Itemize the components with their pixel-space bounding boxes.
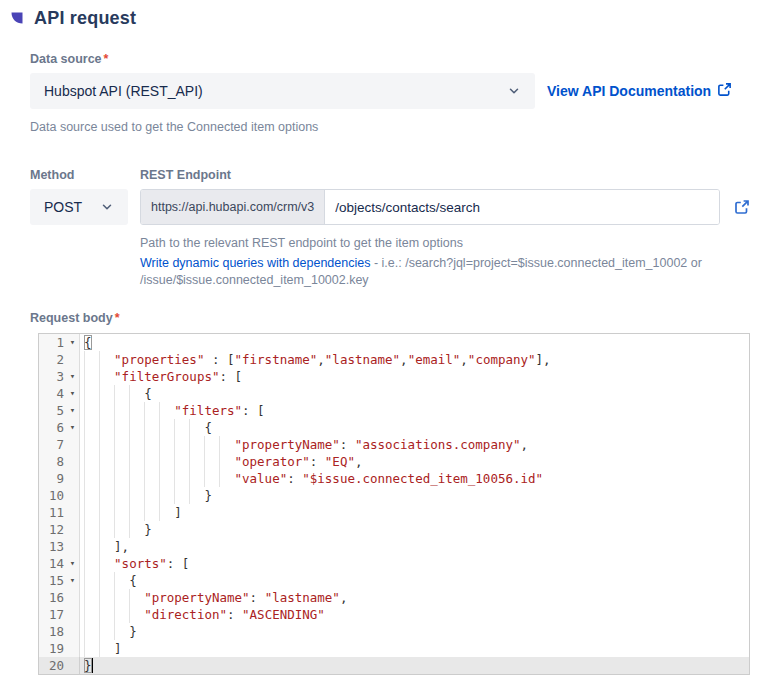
endpoint-path-input[interactable]: [325, 190, 719, 224]
code-line[interactable]: 16"propertyName": "lastname",: [39, 589, 749, 606]
code-text[interactable]: "properties" : ["firstname","lastname","…: [80, 351, 749, 368]
code-text[interactable]: "sorts": [: [80, 555, 749, 572]
code-text[interactable]: "filters": [: [80, 402, 749, 419]
line-gutter: 7: [39, 436, 80, 453]
indent-guides: [84, 538, 114, 555]
line-number: 17: [44, 606, 66, 623]
line-number: 7: [44, 436, 66, 453]
code-line[interactable]: 1▾{: [39, 334, 749, 351]
external-link-icon: [717, 82, 732, 100]
code-text[interactable]: "direction": "ASCENDING": [80, 606, 749, 623]
data-source-section: Data source* Hubspot API (REST_API) View…: [30, 52, 750, 134]
line-gutter: 12: [39, 521, 80, 538]
fold-arrow-icon[interactable]: ▾: [66, 555, 79, 572]
view-api-documentation-link[interactable]: View API Documentation: [547, 82, 732, 100]
line-number: 15: [44, 572, 66, 589]
dynamic-queries-link[interactable]: Write dynamic queries with dependencies: [140, 256, 370, 270]
method-select[interactable]: POST: [30, 189, 128, 225]
dynamic-queries-example-line2: /issue/$issue.connected_item_10002.key: [140, 272, 750, 289]
code-line[interactable]: 17"direction": "ASCENDING": [39, 606, 749, 623]
request-body-editor[interactable]: 1▾{2"properties" : ["firstname","lastnam…: [38, 333, 750, 675]
indent-guides: [84, 640, 114, 657]
code-line[interactable]: 7"propertyName": "associations.company",: [39, 436, 749, 453]
line-number: 4: [44, 385, 66, 402]
line-gutter: 6▾: [39, 419, 80, 436]
code-text[interactable]: }: [80, 657, 749, 674]
code-text[interactable]: {: [80, 419, 749, 436]
data-source-select[interactable]: Hubspot API (REST_API): [30, 73, 535, 109]
line-gutter: 14▾: [39, 555, 80, 572]
indent-guides: [84, 487, 204, 504]
code-text[interactable]: "operator": "EQ",: [80, 453, 749, 470]
code-text[interactable]: "value": "$issue.connected_item_10056.id…: [80, 470, 749, 487]
indent-guides: [84, 368, 114, 385]
line-number: 8: [44, 453, 66, 470]
line-number: 20: [44, 657, 66, 674]
code-text[interactable]: {: [80, 572, 749, 589]
code-text[interactable]: ]: [80, 504, 749, 521]
open-endpoint-external-link-icon[interactable]: [734, 199, 750, 215]
section-header: API request: [10, 8, 750, 28]
indent-guides: [84, 555, 114, 572]
code-line[interactable]: 5▾"filters": [: [39, 402, 749, 419]
dynamic-queries-example: - i.e.: /search?jql=project=$issue.conne…: [370, 256, 701, 270]
fold-arrow-icon[interactable]: ▾: [66, 368, 79, 385]
code-text[interactable]: }: [80, 487, 749, 504]
fold-arrow-icon[interactable]: ▾: [66, 385, 79, 402]
code-line[interactable]: 6▾{: [39, 419, 749, 436]
indent-guides: [84, 470, 235, 487]
code-text[interactable]: {: [80, 385, 749, 402]
fold-arrow-icon[interactable]: ▾: [66, 419, 79, 436]
code-text[interactable]: ]: [80, 640, 749, 657]
code-text[interactable]: "propertyName": "lastname",: [80, 589, 749, 606]
code-line[interactable]: 2"properties" : ["firstname","lastname",…: [39, 351, 749, 368]
code-line[interactable]: 9"value": "$issue.connected_item_10056.i…: [39, 470, 749, 487]
line-gutter: 17: [39, 606, 80, 623]
line-gutter: 3▾: [39, 368, 80, 385]
code-line[interactable]: 14▾"sorts": [: [39, 555, 749, 572]
line-gutter: 2: [39, 351, 80, 368]
endpoint-base-url: https://api.hubapi.com/crm/v3: [141, 190, 325, 224]
line-gutter: 1▾: [39, 334, 80, 351]
request-body-label: Request body*: [30, 311, 750, 325]
page-title: API request: [34, 8, 136, 29]
line-gutter: 9: [39, 470, 80, 487]
line-gutter: 4▾: [39, 385, 80, 402]
code-line[interactable]: 12}: [39, 521, 749, 538]
chevron-down-icon: [100, 200, 114, 214]
line-number: 13: [44, 538, 66, 555]
code-line[interactable]: 4▾{: [39, 385, 749, 402]
line-number: 11: [44, 504, 66, 521]
code-text[interactable]: ],: [80, 538, 749, 555]
indent-guides: [84, 572, 129, 589]
code-text[interactable]: }: [80, 623, 749, 640]
line-gutter: 15▾: [39, 572, 80, 589]
line-number: 12: [44, 521, 66, 538]
code-text[interactable]: "filterGroups": [: [80, 368, 749, 385]
code-line[interactable]: 15▾{: [39, 572, 749, 589]
indent-guides: [84, 521, 144, 538]
code-text[interactable]: }: [80, 521, 749, 538]
chevron-down-icon: [507, 84, 521, 98]
code-line[interactable]: 10}: [39, 487, 749, 504]
code-line[interactable]: 13],: [39, 538, 749, 555]
code-text[interactable]: {: [80, 334, 749, 351]
line-number: 6: [44, 419, 66, 436]
indent-guides: [84, 606, 144, 623]
code-text[interactable]: "propertyName": "associations.company",: [80, 436, 749, 453]
method-label: Method: [30, 168, 128, 182]
code-line[interactable]: 8"operator": "EQ",: [39, 453, 749, 470]
text-cursor: [92, 658, 93, 673]
fold-arrow-icon[interactable]: ▾: [66, 402, 79, 419]
indent-guides: [84, 623, 129, 640]
line-gutter: 19: [39, 640, 80, 657]
line-gutter: 20: [39, 657, 80, 674]
fold-arrow-icon[interactable]: ▾: [66, 572, 79, 589]
code-line[interactable]: 19]: [39, 640, 749, 657]
code-line[interactable]: 3▾"filterGroups": [: [39, 368, 749, 385]
method-column: Method POST: [30, 168, 128, 289]
fold-arrow-icon[interactable]: ▾: [66, 334, 79, 351]
code-line[interactable]: 11]: [39, 504, 749, 521]
code-line[interactable]: 20}: [39, 657, 749, 674]
code-line[interactable]: 18}: [39, 623, 749, 640]
